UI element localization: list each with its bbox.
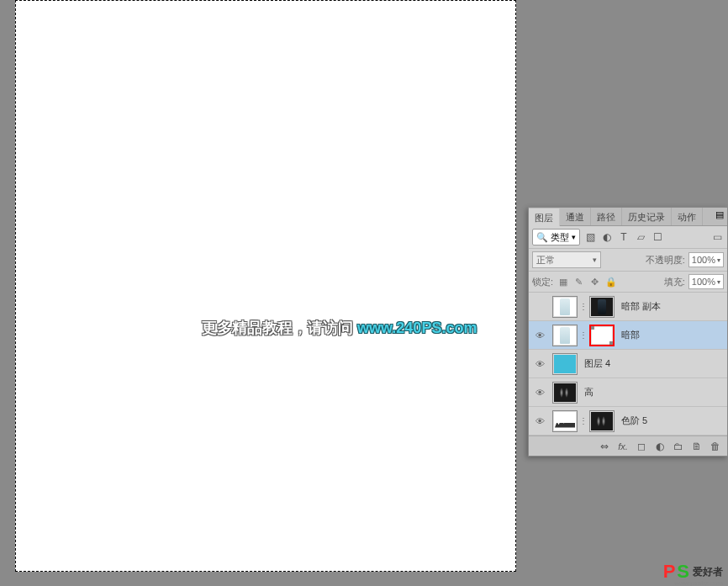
blend-row: 正常 ▾ 不透明度: 100% ▾ bbox=[529, 249, 727, 272]
layer-name[interactable]: 暗部 bbox=[621, 329, 640, 341]
filter-toggle-icon[interactable]: ▭ bbox=[710, 230, 724, 244]
visibility-toggle[interactable]: 👁 bbox=[529, 330, 551, 341]
adjustment-thumbnail[interactable] bbox=[552, 410, 578, 432]
lock-label: 锁定: bbox=[532, 276, 553, 288]
filter-adjustment-icon[interactable]: ◐ bbox=[600, 230, 614, 244]
new-adjustment-icon[interactable]: ◐ bbox=[652, 439, 668, 454]
filter-type-select[interactable]: 🔍 类型 ▾ bbox=[532, 229, 580, 245]
delete-layer-icon[interactable]: 🗑 bbox=[707, 439, 724, 454]
panel-bottom-bar: ⇔ fx. ◻ ◐ 🗀 🗎 🗑 bbox=[529, 436, 727, 456]
layer-thumbnail[interactable] bbox=[552, 325, 578, 346]
layer-row[interactable]: 👁 高 bbox=[529, 378, 727, 407]
lock-transparency-icon[interactable]: ▦ bbox=[557, 276, 569, 288]
watermark-text: 更多精品教程，请访问 bbox=[202, 319, 357, 336]
chevron-down-icon: ▾ bbox=[717, 278, 720, 286]
layers-list: ⋮ 暗部 副本 👁 ⋮ 暗部 👁 图层 4 👁 高 👁 ⋮ 色阶 5 bbox=[529, 293, 727, 436]
fill-value: 100% bbox=[692, 277, 715, 287]
visibility-toggle[interactable]: 👁 bbox=[529, 359, 551, 369]
tab-layers[interactable]: 图层 bbox=[529, 209, 560, 226]
watermark: 更多精品教程，请访问 www.240PS.com bbox=[202, 318, 477, 338]
layer-row[interactable]: ⋮ 暗部 副本 bbox=[529, 293, 727, 321]
blend-mode-select[interactable]: 正常 ▾ bbox=[532, 251, 601, 268]
mask-thumbnail[interactable] bbox=[589, 325, 615, 346]
layer-row[interactable]: 👁 ⋮ 色阶 5 bbox=[529, 407, 727, 436]
layer-thumbnail[interactable] bbox=[552, 296, 578, 318]
fill-label: 填充: bbox=[664, 276, 685, 288]
blend-mode-value: 正常 bbox=[536, 254, 555, 267]
layer-name[interactable]: 高 bbox=[584, 386, 593, 399]
layer-row[interactable]: 👁 ⋮ 暗部 bbox=[529, 321, 727, 350]
opacity-input[interactable]: 100% ▾ bbox=[688, 252, 724, 267]
layer-name[interactable]: 色阶 5 bbox=[621, 414, 647, 427]
fill-input[interactable]: 100% ▾ bbox=[688, 274, 724, 289]
link-icon: ⋮ bbox=[579, 302, 588, 311]
layer-filter-row: 🔍 类型 ▾ ▧ ◐ T ▱ ☐ ▭ bbox=[529, 226, 727, 249]
chevron-down-icon: ▾ bbox=[593, 256, 597, 264]
chevron-down-icon: ▾ bbox=[717, 256, 720, 264]
chevron-down-icon: ▾ bbox=[572, 233, 576, 241]
filter-shape-icon[interactable]: ▱ bbox=[634, 230, 647, 244]
tab-paths[interactable]: 路径 bbox=[591, 208, 622, 225]
lock-all-icon[interactable]: 🔒 bbox=[604, 276, 617, 288]
new-group-icon[interactable]: 🗀 bbox=[670, 439, 687, 454]
visibility-toggle[interactable]: 👁 bbox=[529, 388, 551, 398]
panel-tab-bar: 图层 通道 路径 历史记录 动作 ▤ bbox=[529, 208, 727, 226]
layer-thumbnail[interactable] bbox=[552, 382, 578, 404]
layer-name[interactable]: 图层 4 bbox=[584, 357, 610, 370]
search-icon: 🔍 bbox=[536, 232, 548, 243]
link-layers-icon[interactable]: ⇔ bbox=[596, 439, 613, 454]
add-mask-icon[interactable]: ◻ bbox=[633, 439, 650, 454]
watermark-link: www.240PS.com bbox=[357, 319, 477, 336]
filter-pixel-icon[interactable]: ▧ bbox=[583, 230, 597, 244]
new-layer-icon[interactable]: 🗎 bbox=[688, 439, 705, 454]
document-canvas[interactable] bbox=[15, 0, 516, 572]
mask-thumbnail[interactable] bbox=[589, 410, 615, 432]
tab-history[interactable]: 历史记录 bbox=[622, 208, 672, 225]
layers-panel: 图层 通道 路径 历史记录 动作 ▤ 🔍 类型 ▾ ▧ ◐ T ▱ ☐ ▭ 正常… bbox=[528, 207, 728, 457]
visibility-toggle[interactable]: 👁 bbox=[529, 416, 551, 426]
layer-row[interactable]: 👁 图层 4 bbox=[529, 350, 727, 378]
lock-row: 锁定: ▦ ✎ ✥ 🔒 填充: 100% ▾ bbox=[529, 272, 727, 293]
layer-thumbnail[interactable] bbox=[552, 353, 578, 375]
link-icon: ⋮ bbox=[579, 330, 588, 340]
opacity-value: 100% bbox=[692, 255, 715, 265]
link-icon: ⋮ bbox=[579, 416, 588, 425]
tab-actions[interactable]: 动作 bbox=[672, 208, 703, 225]
filter-type-label: 类型 bbox=[551, 231, 569, 244]
logo-text: 爱好者 bbox=[693, 565, 723, 579]
layer-name[interactable]: 暗部 副本 bbox=[621, 300, 661, 313]
logo-url: www.psahz.com bbox=[674, 579, 723, 586]
mask-thumbnail[interactable] bbox=[589, 296, 615, 318]
filter-type-icon[interactable]: T bbox=[617, 230, 630, 244]
canvas-area bbox=[0, 0, 528, 586]
filter-smart-icon[interactable]: ☐ bbox=[651, 230, 664, 244]
panel-menu-icon[interactable]: ▤ bbox=[712, 208, 727, 225]
lock-pixels-icon[interactable]: ✎ bbox=[572, 276, 585, 288]
lock-position-icon[interactable]: ✥ bbox=[588, 276, 601, 288]
layer-fx-icon[interactable]: fx. bbox=[615, 439, 631, 454]
tab-channels[interactable]: 通道 bbox=[560, 208, 591, 225]
opacity-label: 不透明度: bbox=[646, 254, 685, 267]
